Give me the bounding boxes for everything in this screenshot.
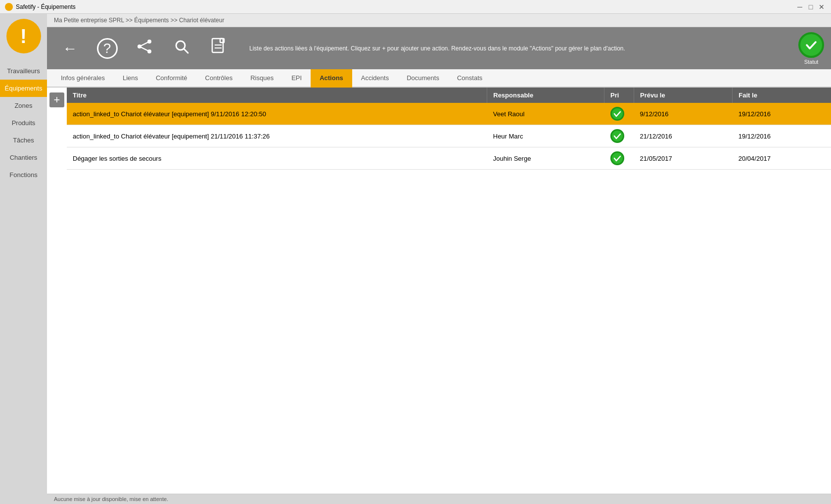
svg-line-6 bbox=[184, 49, 188, 53]
sidebar-item-produits[interactable]: Produits bbox=[0, 114, 47, 132]
share-icon bbox=[136, 38, 153, 58]
col-titre: Titre bbox=[67, 88, 487, 103]
add-btn-col: + bbox=[47, 88, 67, 494]
table-area: Titre Responsable Pri Prévu le Fait le a… bbox=[67, 88, 831, 494]
cell-prevu-le: 21/05/2017 bbox=[634, 147, 733, 170]
tab-controles[interactable]: Contrôles bbox=[196, 69, 242, 88]
tab-conformite[interactable]: Conformité bbox=[147, 69, 196, 88]
table-row[interactable]: Dégager les sorties de secours Jouhin Se… bbox=[67, 147, 831, 170]
tab-liens[interactable]: Liens bbox=[114, 69, 147, 88]
cell-fait-le: 19/12/2016 bbox=[733, 103, 831, 125]
sidebar: ! Travailleurs Équipements Zones Produit… bbox=[0, 14, 47, 504]
share-button[interactable] bbox=[128, 32, 160, 64]
tab-epi[interactable]: EPI bbox=[282, 69, 311, 88]
cell-titre: action_linked_to Chariot élévateur [equi… bbox=[67, 103, 487, 125]
col-prevu-le: Prévu le bbox=[634, 88, 733, 103]
sidebar-item-taches[interactable]: Tâches bbox=[0, 132, 47, 149]
maximize-button[interactable]: □ bbox=[806, 2, 815, 11]
window-controls[interactable]: ─ □ ✕ bbox=[795, 2, 826, 11]
cell-fait-le: 20/04/2017 bbox=[733, 147, 831, 170]
back-icon: ← bbox=[63, 40, 78, 57]
cell-pri bbox=[604, 103, 634, 125]
breadcrumb: Ma Petite entreprise SPRL >> Équipements… bbox=[47, 14, 831, 27]
col-fait-le: Fait le bbox=[733, 88, 831, 103]
actions-table: Titre Responsable Pri Prévu le Fait le a… bbox=[67, 88, 831, 170]
document-icon bbox=[211, 38, 226, 59]
close-button[interactable]: ✕ bbox=[817, 2, 826, 11]
tab-infos-generales[interactable]: Infos générales bbox=[52, 69, 114, 88]
cell-responsable: Veet Raoul bbox=[487, 103, 604, 125]
app-icon bbox=[5, 3, 13, 11]
status-label: Statut bbox=[804, 59, 819, 65]
cell-fait-le: 19/12/2016 bbox=[733, 125, 831, 147]
toolbar-status: Statut bbox=[798, 32, 824, 65]
help-icon: ? bbox=[97, 38, 118, 59]
cell-titre: Dégager les sorties de secours bbox=[67, 147, 487, 170]
svg-point-0 bbox=[147, 40, 151, 44]
pri-badge bbox=[610, 151, 624, 165]
cell-pri bbox=[604, 125, 634, 147]
cell-titre: action_linked_to Chariot élévateur [equi… bbox=[67, 125, 487, 147]
svg-rect-8 bbox=[220, 39, 224, 43]
tab-accidents[interactable]: Accidents bbox=[352, 69, 398, 88]
pri-badge bbox=[610, 129, 624, 143]
cell-pri bbox=[604, 147, 634, 170]
tab-risques[interactable]: Risques bbox=[241, 69, 282, 88]
pri-badge bbox=[610, 107, 624, 121]
title-bar-left: Safetify - Équipements bbox=[5, 3, 76, 11]
toolbar: ← ? bbox=[47, 27, 831, 69]
tab-constats[interactable]: Constats bbox=[448, 69, 491, 88]
help-button[interactable]: ? bbox=[91, 32, 123, 64]
app-container: ! Travailleurs Équipements Zones Produit… bbox=[0, 14, 831, 504]
svg-line-3 bbox=[139, 42, 149, 46]
add-action-button[interactable]: + bbox=[49, 92, 64, 107]
tab-documents[interactable]: Documents bbox=[398, 69, 448, 88]
app-logo: ! bbox=[6, 19, 41, 53]
title-bar: Safetify - Équipements ─ □ ✕ bbox=[0, 0, 831, 14]
search-button[interactable] bbox=[165, 32, 197, 64]
search-icon bbox=[173, 38, 190, 58]
tab-actions[interactable]: Actions bbox=[311, 69, 352, 88]
svg-line-4 bbox=[139, 46, 149, 51]
sidebar-item-chantiers[interactable]: Chantiers bbox=[0, 149, 47, 166]
col-responsable: Responsable bbox=[487, 88, 604, 103]
main-content: Ma Petite entreprise SPRL >> Équipements… bbox=[47, 14, 831, 504]
table-header-row: Titre Responsable Pri Prévu le Fait le bbox=[67, 88, 831, 103]
cell-responsable: Jouhin Serge bbox=[487, 147, 604, 170]
window-title: Safetify - Équipements bbox=[16, 3, 76, 10]
tabs: Infos générales Liens Conformité Contrôl… bbox=[47, 69, 831, 88]
toolbar-info: Liste des actions liées à l'équipement. … bbox=[239, 44, 793, 53]
back-button[interactable]: ← bbox=[54, 32, 86, 64]
table-row[interactable]: action_linked_to Chariot élévateur [equi… bbox=[67, 103, 831, 125]
cell-prevu-le: 9/12/2016 bbox=[634, 103, 733, 125]
table-row[interactable]: action_linked_to Chariot élévateur [equi… bbox=[67, 125, 831, 147]
document-button[interactable] bbox=[202, 32, 234, 64]
minimize-button[interactable]: ─ bbox=[795, 2, 804, 11]
status-bar: Aucune mise à jour disponible, mise en a… bbox=[47, 494, 831, 504]
sidebar-item-equipements[interactable]: Équipements bbox=[0, 80, 47, 97]
sidebar-item-travailleurs[interactable]: Travailleurs bbox=[0, 62, 47, 80]
content-area: + Titre Responsable Pri Prévu le Fait le bbox=[47, 88, 831, 494]
sidebar-item-fonctions[interactable]: Fonctions bbox=[0, 166, 47, 183]
col-pri: Pri bbox=[604, 88, 634, 103]
status-icon bbox=[798, 32, 824, 58]
cell-prevu-le: 21/12/2016 bbox=[634, 125, 733, 147]
sidebar-item-zones[interactable]: Zones bbox=[0, 97, 47, 114]
cell-responsable: Heur Marc bbox=[487, 125, 604, 147]
